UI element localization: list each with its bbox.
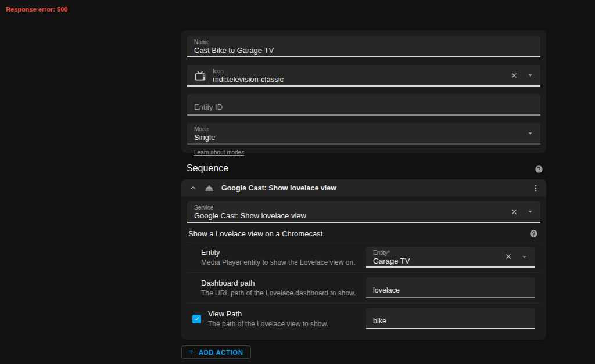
option-row-dashboard-path: Dashboard path The URL path of the Lovel… (187, 272, 540, 303)
menu-down-icon[interactable] (525, 206, 536, 217)
option-title: Entity (201, 248, 355, 257)
option-description: The URL path of the Lovelace dashboard t… (201, 289, 356, 297)
dashboard-path-value[interactable]: lovelace (373, 280, 515, 300)
script-config-card: Name Cast Bike to Garage TV Icon mdi:tel… (181, 30, 546, 153)
view-path-value[interactable]: bike (373, 311, 515, 331)
menu-down-icon[interactable] (525, 70, 536, 81)
entity-picker-label: Entity* (373, 250, 504, 256)
menu-down-icon[interactable] (519, 251, 530, 262)
name-field-label: Name (194, 39, 521, 45)
entity-picker-value[interactable]: Garage TV (373, 257, 504, 266)
icon-field-label: Icon (213, 68, 521, 74)
help-circle-icon[interactable] (533, 164, 544, 175)
view-path-checkbox[interactable] (192, 315, 201, 323)
option-title: View Path (208, 309, 328, 318)
action-card-header[interactable]: Google Cast: Show lovelace view (181, 179, 546, 196)
service-description: Show a Lovelace view on a Chromecast. (188, 229, 325, 238)
page: { "error_banner": { "text": "Response er… (0, 0, 595, 364)
add-action-button[interactable]: ADD ACTION (181, 345, 251, 359)
service-field-label: Service (194, 204, 521, 211)
action-card: Google Cast: Show lovelace view Service … (181, 179, 546, 340)
service-description-row: Show a Lovelace view on a Chromecast. (188, 228, 539, 239)
icon-field-value[interactable]: mdi:television-classic (213, 75, 521, 84)
add-action-label: ADD ACTION (199, 349, 243, 356)
dots-vertical-icon[interactable] (530, 182, 542, 194)
sequence-heading: Sequence (187, 163, 228, 174)
view-path-input[interactable]: bike (366, 308, 535, 329)
service-field[interactable]: Service Google Cast: Show lovelace view (187, 201, 540, 223)
room-service-bell-icon (203, 182, 215, 194)
option-row-view-path: View Path The path of the Lovelace view … (187, 303, 540, 334)
close-icon[interactable] (509, 70, 519, 81)
response-error-text: Response error: 500 (6, 6, 67, 13)
plus-icon (187, 348, 195, 356)
close-icon[interactable] (503, 251, 514, 262)
close-icon[interactable] (509, 207, 519, 217)
learn-about-modes-link[interactable]: Learn about modes (194, 149, 244, 156)
dashboard-path-input[interactable]: lovelace (366, 277, 535, 298)
name-field[interactable]: Name Cast Bike to Garage TV (187, 36, 540, 57)
option-description: Media Player entity to show the Lovelace… (201, 258, 355, 266)
entity-id-field[interactable]: Entity ID (187, 94, 540, 116)
menu-down-icon[interactable] (525, 128, 536, 139)
option-title: Dashboard path (201, 279, 356, 287)
service-field-value[interactable]: Google Cast: Show lovelace view (194, 211, 521, 221)
mode-field-label: Mode (194, 126, 521, 132)
option-row-entity: Entity Media Player entity to show the L… (187, 242, 540, 272)
icon-field[interactable]: Icon mdi:television-classic (187, 65, 540, 87)
mode-field-value[interactable]: Single (194, 133, 521, 142)
chevron-up-icon[interactable] (187, 182, 199, 194)
entity-picker-field[interactable]: Entity* Garage TV (366, 247, 535, 268)
name-field-value[interactable]: Cast Bike to Garage TV (194, 46, 521, 55)
television-classic-icon (194, 70, 206, 82)
option-description: The path of the Lovelace view to show. (208, 320, 328, 328)
mode-select[interactable]: Mode Single (187, 123, 540, 145)
entity-id-placeholder: Entity ID (194, 97, 521, 117)
action-card-title: Google Cast: Show lovelace view (221, 184, 336, 192)
help-circle-icon[interactable] (528, 228, 539, 239)
